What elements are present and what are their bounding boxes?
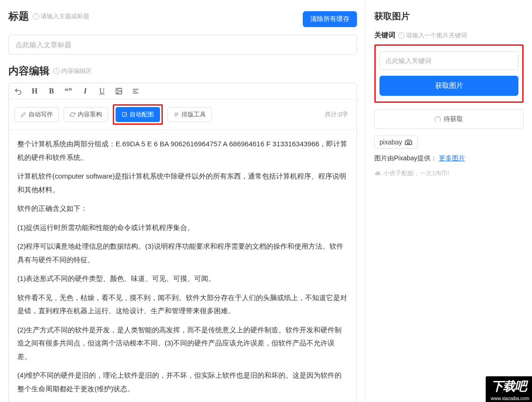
paragraph: (2)生产方式不同的软件是开发，是人类智能的高发挥，而不是传统意义上的硬件制造。… [17,323,348,364]
highlight-panel: 获取图片 [374,44,524,103]
keyword-hint: ! 请输入一个图片关键词 [398,31,467,40]
underline-icon[interactable]: U [98,87,106,95]
tip-line: 小虎子配图，一次1淘币! [374,169,524,178]
align-icon[interactable] [131,87,140,95]
layout-tool-button[interactable]: 排版工具 [168,107,212,122]
keyword-label: 关键词 [374,31,395,40]
pencil-icon [21,112,26,117]
auto-image-button[interactable]: 自动配图 [116,107,160,122]
info-icon: ! [33,13,39,20]
refresh-icon [70,112,75,117]
content-hint: ! 内容编辑区 [53,67,92,75]
word-counter: 共计:0字 [325,110,351,119]
pending-status: 待获取 [374,109,524,129]
restructure-button[interactable]: 内容重构 [64,107,108,122]
paragraph: (4)维护不同的硬件是旧的，理论上软件是旧的，并不坏，但实际上软件也是旧的和坏的… [17,369,348,395]
sidebar: 获取图片 关键词 ! 请输入一个图片关键词 获取图片 待获取 pixabay 图… [365,0,532,402]
image-plus-icon [122,112,127,117]
paragraph: 计算机软件(computer software)是指计算机系统中除硬件以外的所有… [17,170,348,196]
highlight-box: 自动配图 [113,104,163,125]
credit-line: 图片由Pixabay提供： 更多图片 [374,154,524,163]
clear-cache-button[interactable]: 清除所有缓存 [303,11,357,27]
content-label: 内容编辑 [8,64,50,78]
paragraph: (1)提供运行时所需功能和性能的命令或计算机程序集合。 [17,221,348,235]
editor-body[interactable]: 整个计算机系统由两部分组成：E.69DA 5 E 6 BA 9062616964… [9,130,357,402]
title-label: 标题 [8,9,29,23]
format-toolbar: H B “” I U [9,83,357,100]
keyword-input[interactable] [379,51,518,70]
fetch-image-button[interactable]: 获取图片 [379,76,518,96]
paragraph: (2)程序可以满意地处理信息的数据结构。(3)说明程序功能要求和程序需要的文档的… [17,240,348,266]
paragraph: 软件看不见，无色，枯燥，看不见，摸不到，闻不到。软件大部分存在于人们的头脑或纸上… [17,291,348,318]
info-icon: ! [53,68,60,74]
bold-icon[interactable]: B [47,87,56,95]
editor-container: H B “” I U 自动写作 内容重构 [8,83,357,402]
svg-point-1 [117,90,118,91]
undo-icon[interactable] [14,87,22,95]
italic-icon[interactable]: I [81,87,89,95]
info-icon: ! [398,32,405,39]
main-panel: 标题 ! 请输入主题或标题 清除所有缓存 内容编辑 ! 内容编辑区 H [0,0,365,402]
cloud-icon [374,170,381,177]
auto-write-button[interactable]: 自动写作 [15,107,59,122]
title-hint: ! 请输入主题或标题 [33,12,89,21]
paragraph: 软件的正确含义如下： [17,202,348,215]
spinner-icon [435,116,441,122]
pixabay-badge[interactable]: pixabay [374,136,418,149]
svg-point-9 [408,142,410,144]
action-toolbar: 自动写作 内容重构 自动配图 排版工具 共计:0字 [9,100,357,130]
layout-icon [174,112,179,117]
more-images-link[interactable]: 更多图片 [439,154,465,162]
paragraph: (1)表达形式不同的硬件类型、颜色、味道、可见、可摸、可闻。 [17,272,348,286]
image-icon[interactable] [115,87,123,95]
quote-icon[interactable]: “” [64,87,73,95]
article-title-input[interactable] [8,35,357,55]
sidebar-title: 获取图片 [374,10,524,22]
paragraph: 整个计算机系统由两部分组成：E.69DA 5 E 6 BA 9062616964… [17,137,348,164]
camera-icon [404,139,413,145]
heading-icon[interactable]: H [30,87,39,95]
